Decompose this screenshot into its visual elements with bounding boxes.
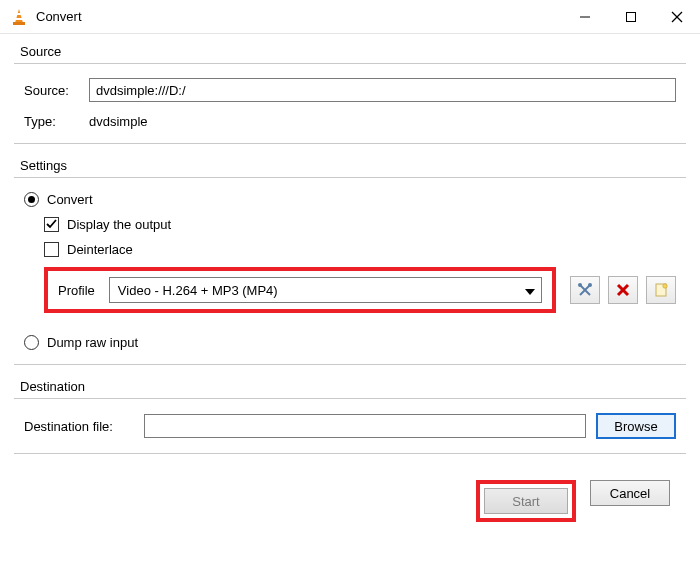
- svg-rect-2: [15, 18, 22, 20]
- new-profile-button[interactable]: [646, 276, 676, 304]
- destination-group: Destination Destination file: Browse: [14, 379, 686, 454]
- deinterlace-checkbox[interactable]: Deinterlace: [44, 242, 676, 257]
- destination-file-label: Destination file:: [24, 419, 134, 434]
- checkbox-icon: [44, 242, 59, 257]
- convert-radio-label: Convert: [47, 192, 93, 207]
- edit-profile-button[interactable]: [570, 276, 600, 304]
- dump-raw-radio[interactable]: Dump raw input: [24, 335, 676, 350]
- profile-combobox[interactable]: Video - H.264 + MP3 (MP4): [109, 277, 542, 303]
- profile-combobox-value: Video - H.264 + MP3 (MP4): [118, 283, 278, 298]
- chevron-down-icon: [525, 283, 535, 298]
- checkbox-icon: [44, 217, 59, 232]
- svg-point-16: [663, 284, 667, 288]
- vlc-cone-icon: [10, 8, 28, 26]
- wrench-icon: [577, 282, 593, 298]
- display-output-checkbox[interactable]: Display the output: [44, 217, 676, 232]
- delete-profile-button[interactable]: [608, 276, 638, 304]
- dump-raw-label: Dump raw input: [47, 335, 138, 350]
- source-group: Source Source: Type: dvdsimple: [14, 44, 686, 144]
- profile-label: Profile: [58, 283, 95, 298]
- type-label: Type:: [24, 114, 79, 129]
- profile-highlight: Profile Video - H.264 + MP3 (MP4): [44, 267, 556, 313]
- destination-file-input[interactable]: [144, 414, 586, 438]
- start-highlight: Start: [476, 480, 576, 522]
- maximize-button[interactable]: [608, 0, 654, 34]
- source-input[interactable]: [89, 78, 676, 102]
- minimize-button[interactable]: [562, 0, 608, 34]
- svg-rect-5: [627, 12, 636, 21]
- display-output-label: Display the output: [67, 217, 171, 232]
- settings-group: Settings Convert Display the output Dei: [14, 158, 686, 365]
- window-title: Convert: [36, 9, 82, 24]
- svg-point-11: [588, 283, 592, 287]
- deinterlace-label: Deinterlace: [67, 242, 133, 257]
- svg-rect-3: [13, 22, 25, 25]
- settings-legend: Settings: [14, 158, 686, 177]
- cancel-button[interactable]: Cancel: [590, 480, 670, 506]
- browse-button[interactable]: Browse: [596, 413, 676, 439]
- start-button[interactable]: Start: [484, 488, 568, 514]
- close-button[interactable]: [654, 0, 700, 34]
- source-label: Source:: [24, 83, 79, 98]
- destination-legend: Destination: [14, 379, 686, 398]
- convert-radio[interactable]: Convert: [24, 192, 676, 207]
- source-legend: Source: [14, 44, 686, 63]
- dialog-footer: Start Cancel: [14, 468, 686, 522]
- radio-icon: [24, 192, 39, 207]
- svg-marker-0: [15, 9, 23, 23]
- new-file-icon: [653, 282, 669, 298]
- svg-rect-1: [16, 13, 21, 15]
- type-value: dvdsimple: [89, 114, 148, 129]
- svg-point-12: [578, 283, 582, 287]
- delete-x-icon: [616, 283, 630, 297]
- radio-icon: [24, 335, 39, 350]
- svg-marker-8: [525, 289, 535, 295]
- titlebar: Convert: [0, 0, 700, 34]
